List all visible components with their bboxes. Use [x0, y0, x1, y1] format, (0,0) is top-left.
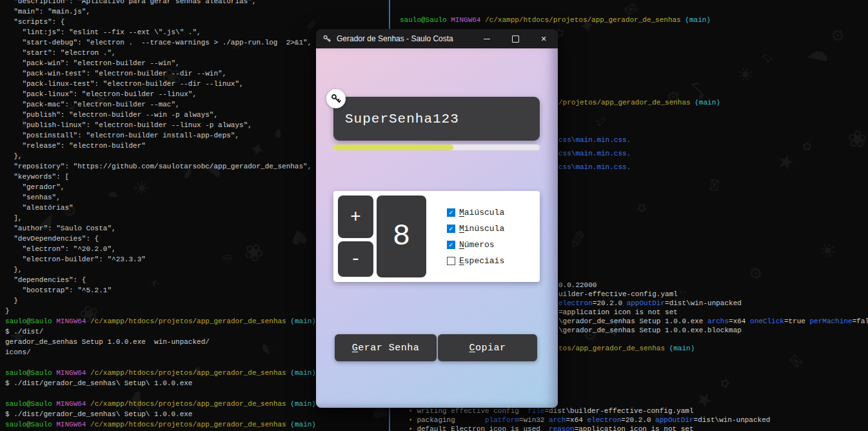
- terminal-line: "electron": "^20.2.0",: [5, 244, 316, 254]
- terminal-line: [5, 357, 316, 368]
- terminal-line: "pack-win-test": "electron-builder --dir…: [5, 68, 316, 79]
- copy-mnemonic: C: [469, 343, 475, 354]
- app-content: SuperSenha123 + - 8 ✓Maiúscula✓Minúscula…: [316, 48, 558, 408]
- minimize-icon: [484, 39, 490, 39]
- window-title: Gerador de Senhas - Saulo Costa: [337, 34, 453, 43]
- terminal-line: },: [5, 265, 316, 275]
- terminal-line: gerador_de_senhas Setup 1.0.0.exe win-un…: [5, 337, 316, 347]
- close-button[interactable]: ✕: [529, 29, 558, 48]
- terminal-line: "lint:js": "eslint --fix --ext \".js\" .…: [5, 27, 316, 37]
- terminal-line: \gerador_de_senhas Setup 1.0.0.exe archs…: [558, 317, 868, 326]
- terminal-line: $ ./dist/: [5, 326, 316, 337]
- terminal-line: $ ./dist/gerador_de_senhas\ Setup\ 1.0.0…: [5, 409, 316, 419]
- strength-fill: [333, 145, 453, 150]
- terminal-line: saulo@Saulo MINGW64 /c/xampp/htdocs/proj…: [5, 316, 316, 326]
- terminal-line: "keywords": [: [5, 172, 316, 182]
- terminal-line: "pack-win": "electron-builder --win",: [5, 58, 316, 68]
- terminal-line: electron=20.2.0 appOutDir=dist\win-unpac…: [558, 299, 742, 308]
- checkbox-checked[interactable]: ✓: [447, 225, 455, 233]
- terminal-line: "start": "electron .",: [5, 48, 316, 58]
- option-label: Maiúscula: [459, 208, 504, 217]
- maximize-icon: [512, 35, 519, 43]
- terminal-line: $ ./dist/gerador_de_senhas\ Setup\ 1.0.0…: [5, 378, 316, 388]
- terminal-line: "publish-linux": "electron-builder --lin…: [5, 120, 316, 130]
- terminal-line: "release": "electron-builder": [5, 141, 316, 151]
- checkbox-unchecked[interactable]: [447, 257, 455, 265]
- terminal-line: "repository": "https://github.com/saulot…: [5, 161, 316, 172]
- terminal-line: }: [5, 296, 316, 306]
- terminal-line: • default Electron icon is used reason=a…: [400, 425, 694, 431]
- terminal-line: css\main.min.css.: [558, 135, 631, 145]
- terminal-line: "description": "Aplicativo para gerar se…: [5, 0, 316, 6]
- increase-length-button[interactable]: +: [338, 195, 373, 238]
- app-key-icon: [322, 34, 331, 43]
- option-label: Números: [459, 240, 495, 250]
- option-label: Especiais: [459, 256, 504, 266]
- generate-label: erar Senha: [358, 343, 419, 354]
- terminal-line: tos/app_gerador_de_senhas (main): [558, 344, 695, 353]
- terminal-line: },: [5, 151, 316, 161]
- terminal-line: uilder-effective-config.yaml: [558, 290, 678, 299]
- terminal-line: saulo@Saulo MINGW64 /c/xampp/htdocs/proj…: [400, 15, 711, 25]
- terminal-line: saulo@Saulo MINGW64 /c/xampp/htdocs/proj…: [5, 368, 316, 378]
- copy-label: opiar: [475, 343, 506, 354]
- terminal-line: "dependencies": {: [5, 275, 316, 285]
- terminal-line: 0.0.22000: [558, 281, 597, 290]
- options-list: ✓Maiúscula✓Minúscula✓NúmerosEspeciais: [447, 206, 504, 271]
- terminal-line: "start-debug": "electron . --trace-warni…: [5, 37, 316, 48]
- desktop: ♞☕✦♪✿⚙★☁✈☂♥✏♫✉☀❀♞☕✦♪✿⚙★☁✈☂♥✏♫✉☀❀♞☕✦♪✿⚙★☁…: [0, 0, 868, 431]
- terminal-line: saulo@Saulo MINGW64 /c/xampp/htdocs/proj…: [5, 399, 316, 409]
- decrease-length-button[interactable]: -: [338, 241, 373, 277]
- terminal-line: • packaging platform=win32 arch=x64 elec…: [400, 416, 770, 425]
- terminal-line: css\main.min.css.: [558, 163, 631, 172]
- generate-button[interactable]: Gerar Senha: [335, 334, 437, 361]
- terminal-line: • writing effective config file=dist\bui…: [400, 406, 694, 416]
- terminal-line: "pack-linux": "electron-builder --linux"…: [5, 89, 316, 99]
- terminal-line: "scripts": {: [5, 17, 316, 27]
- option-row-0[interactable]: ✓Maiúscula: [447, 206, 504, 218]
- maximize-button[interactable]: [501, 29, 529, 48]
- checkbox-checked[interactable]: ✓: [447, 241, 455, 249]
- left-terminal-output: "description": "Aplicativo para gerar se…: [5, 0, 316, 430]
- terminal-line: "devDependencies": {: [5, 234, 316, 244]
- generate-mnemonic: G: [352, 343, 359, 354]
- terminal-line: icons/: [5, 347, 316, 357]
- terminal-line: "publish": "electron-builder --win -p al…: [5, 110, 316, 120]
- terminal-line: /projetos/app_gerador_de_senhas (main): [558, 98, 720, 107]
- terminal-line: "aleatórias": [5, 203, 316, 213]
- terminal-line: "pack-linux-test": "electron-builder --d…: [5, 79, 316, 89]
- terminal-line: "pack-mac": "electron-builder --mac",: [5, 99, 316, 110]
- titlebar[interactable]: Gerador de Senhas - Saulo Costa ✕: [316, 29, 558, 48]
- password-display[interactable]: SuperSenha123: [333, 97, 540, 141]
- terminal-line: "senhas",: [5, 192, 316, 203]
- option-row-1[interactable]: ✓Minúscula: [447, 223, 504, 234]
- terminal-line: "postinstall": "electron-builder install…: [5, 130, 316, 141]
- app-window: Gerador de Senhas - Saulo Costa ✕ Sup: [316, 29, 558, 408]
- terminal-line: "bootstrap": "^5.2.1": [5, 285, 316, 296]
- terminal-line: css\main.min.css.: [558, 149, 631, 158]
- terminal-line: ],: [5, 213, 316, 223]
- length-value: 8: [377, 195, 426, 277]
- strength-bar: [333, 145, 540, 150]
- terminal-line: }: [5, 306, 316, 316]
- option-row-2[interactable]: ✓Números: [447, 239, 504, 250]
- window-controls: ✕: [473, 29, 558, 48]
- option-label: Minúscula: [459, 224, 504, 234]
- terminal-line: "gerador",: [5, 182, 316, 192]
- terminal-line: "author": "Saulo Costa",: [5, 223, 316, 234]
- copy-button[interactable]: Copiar: [438, 334, 537, 361]
- terminal-line: "electron-builder": "^23.3.3": [5, 254, 316, 265]
- key-icon: [326, 89, 346, 108]
- terminal-line: =application icon is not set: [558, 308, 678, 317]
- terminal-line: "main": "main.js",: [5, 6, 316, 17]
- minimize-button[interactable]: [473, 29, 501, 48]
- option-row-3[interactable]: Especiais: [447, 255, 504, 266]
- terminal-line: [5, 388, 316, 399]
- terminal-line: saulo@Saulo MINGW64 /c/xampp/htdocs/proj…: [5, 419, 316, 430]
- checkbox-checked[interactable]: ✓: [447, 208, 455, 217]
- close-icon: ✕: [540, 35, 546, 43]
- options-card: + - 8 ✓Maiúscula✓Minúscula✓NúmerosEspeci…: [333, 191, 540, 282]
- terminal-line: \gerador_de_senhas Setup 1.0.0.exe.block…: [558, 326, 742, 335]
